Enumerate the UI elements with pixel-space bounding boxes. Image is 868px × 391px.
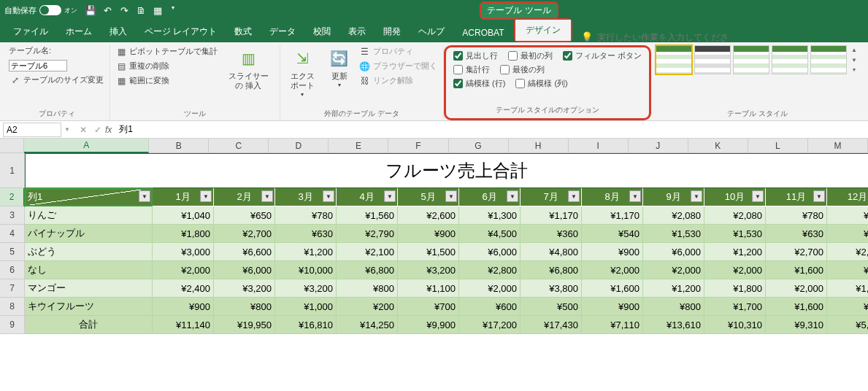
table-cell[interactable]: ¥900 (582, 298, 643, 316)
table-cell[interactable]: ¥1,560 (337, 206, 398, 225)
table-cell[interactable]: ¥600 (459, 298, 521, 316)
table-cell[interactable]: ¥1,200 (827, 279, 868, 298)
col-header-F[interactable]: F (388, 139, 448, 153)
table-header-10[interactable]: 10月▼ (704, 188, 766, 206)
save-icon[interactable]: 💾 (85, 4, 96, 16)
tab-design[interactable]: デザイン (515, 20, 571, 41)
table-cell[interactable]: ¥780 (275, 206, 337, 225)
col-header-I[interactable]: I (569, 139, 629, 153)
row-header-6[interactable]: 6 (0, 261, 25, 279)
table-cell[interactable]: ¥3,200 (214, 279, 275, 298)
tab-insert[interactable]: 挿入 (101, 21, 136, 42)
table-cell[interactable]: ¥2,600 (398, 206, 459, 225)
convert-range-button[interactable]: ▦範囲に変換 (115, 74, 219, 87)
table-cell[interactable]: ¥200 (337, 298, 398, 316)
table-row-label[interactable]: パイナップル (25, 225, 153, 243)
autosave-toggle[interactable] (39, 5, 61, 15)
gallery-down-icon[interactable]: ▼ (849, 57, 859, 63)
redo-icon[interactable]: ↷ (118, 4, 130, 16)
table-cell[interactable]: ¥630 (766, 225, 827, 243)
filter-button-10[interactable]: ▼ (752, 190, 764, 202)
row-header-5[interactable]: 5 (0, 243, 25, 261)
table-cell[interactable]: ¥3,800 (521, 279, 582, 298)
tab-help[interactable]: ヘルプ (410, 21, 453, 42)
table-cell[interactable]: ¥700 (398, 298, 459, 316)
table-header-5[interactable]: 5月▼ (398, 188, 459, 206)
table-cell[interactable]: ¥3,000 (153, 243, 214, 261)
tab-view[interactable]: 表示 (339, 21, 375, 42)
table-cell[interactable]: ¥4,800 (521, 243, 582, 261)
table-cell[interactable]: ¥3,200 (398, 261, 459, 279)
table-cell[interactable]: ¥1,000 (275, 298, 337, 316)
style-thumb-2[interactable] (694, 45, 731, 74)
summarize-pivot-button[interactable]: ▦ピボットテーブルで集計 (115, 45, 219, 58)
cancel-formula-icon[interactable]: ✕ (76, 125, 91, 135)
table-cell[interactable]: ¥1,200 (275, 243, 337, 261)
table-cell[interactable]: ¥2,100 (337, 243, 398, 261)
table-header-4[interactable]: 4月▼ (337, 188, 398, 206)
col-header-E[interactable]: E (329, 139, 388, 153)
style-thumb-3[interactable] (733, 45, 769, 74)
filter-button-4[interactable]: ▼ (384, 190, 396, 202)
col-header-B[interactable]: B (149, 139, 209, 153)
table-cell[interactable]: ¥2,080 (704, 206, 766, 225)
table-cell[interactable]: ¥900 (398, 225, 459, 243)
table-cell[interactable]: ¥2,000 (582, 261, 643, 279)
cb-total-row[interactable]: 集計行 (453, 64, 490, 75)
cb-first-col[interactable]: 最初の列 (508, 50, 553, 61)
filter-button-9[interactable]: ▼ (691, 190, 702, 202)
table-cell[interactable]: ¥1,170 (582, 206, 643, 225)
tab-review[interactable]: 校閲 (304, 21, 339, 42)
table-cell[interactable]: ¥2,000 (704, 261, 766, 279)
grid-icon[interactable]: ▦ (152, 4, 164, 16)
table-row-label[interactable]: ぶどう (25, 243, 153, 261)
row-header-4[interactable]: 4 (0, 225, 25, 243)
table-cell[interactable]: ¥400 (827, 298, 868, 316)
fx-icon[interactable]: fx (105, 125, 112, 135)
table-header-2[interactable]: 2月▼ (214, 188, 275, 206)
filter-button-3[interactable]: ▼ (323, 190, 334, 202)
table-cell[interactable]: ¥1,530 (704, 225, 766, 243)
row-header-9[interactable]: 9 (0, 316, 25, 334)
table-cell[interactable]: ¥650 (214, 206, 275, 225)
filter-button-first[interactable]: ▼ (139, 190, 150, 202)
table-header-6[interactable]: 6月▼ (459, 188, 521, 206)
table-cell[interactable]: ¥1,100 (398, 279, 459, 298)
row-header-8[interactable]: 8 (0, 298, 25, 316)
col-header-A[interactable]: A (24, 139, 149, 153)
gallery-more-icon[interactable]: ▾ (849, 66, 859, 73)
cb-filter-button[interactable]: フィルター ボタン (563, 50, 642, 61)
table-cell[interactable]: ¥780 (766, 206, 827, 225)
tab-acrobat[interactable]: ACROBAT (453, 23, 512, 42)
table-cell[interactable]: ¥2,800 (459, 261, 521, 279)
table-cell[interactable]: ¥360 (521, 225, 582, 243)
row-header-1[interactable]: 1 (0, 153, 25, 188)
table-cell[interactable]: ¥2,000 (766, 279, 827, 298)
table-cell[interactable]: ¥1,530 (643, 225, 704, 243)
table-cell[interactable]: ¥2,000 (643, 261, 704, 279)
table-cell[interactable]: ¥2,080 (643, 206, 704, 225)
table-cell[interactable]: ¥1,600 (582, 279, 643, 298)
row-header-2[interactable]: 2 (0, 188, 25, 206)
col-header-C[interactable]: C (209, 139, 269, 153)
enter-formula-icon[interactable]: ✓ (91, 125, 105, 135)
table-total-cell[interactable]: ¥17,430 (521, 316, 582, 334)
table-cell[interactable]: ¥2,700 (214, 225, 275, 243)
tab-developer[interactable]: 開発 (375, 21, 410, 42)
table-row-label[interactable]: りんご (25, 206, 153, 225)
filter-button-2[interactable]: ▼ (261, 190, 273, 202)
cb-banded-cols[interactable]: 縞模様 (列) (515, 78, 567, 89)
table-cell[interactable]: ¥6,600 (214, 243, 275, 261)
name-box-dropdown-icon[interactable]: ▼ (64, 126, 70, 133)
table-cell[interactable]: ¥1,800 (153, 225, 214, 243)
table-cell[interactable]: ¥900 (153, 298, 214, 316)
col-header-K[interactable]: K (688, 139, 748, 153)
table-cell[interactable]: ¥10,000 (275, 261, 337, 279)
table-cell[interactable]: ¥1,300 (459, 206, 521, 225)
select-all[interactable] (0, 139, 24, 153)
col-header-G[interactable]: G (449, 139, 509, 153)
insert-slicer-button[interactable]: ▥ スライサーの 挿入 (222, 45, 275, 92)
table-total-cell[interactable]: ¥9,900 (398, 316, 459, 334)
tab-home[interactable]: ホーム (57, 21, 101, 42)
table-cell[interactable]: ¥6,000 (643, 243, 704, 261)
